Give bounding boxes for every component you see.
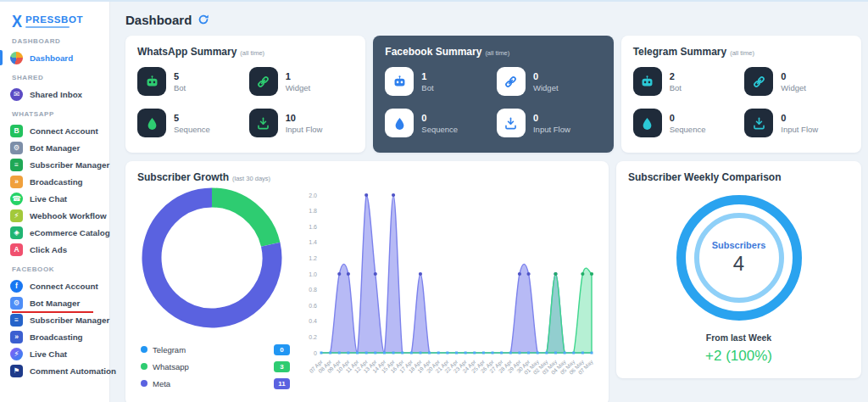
sidebar-item-label: Webhook Workflow — [30, 211, 107, 221]
data-point-telegram — [347, 352, 349, 355]
weekly-title: Subscriber Weekly Comparison — [628, 171, 782, 183]
stat-text: 0Widget — [533, 71, 559, 92]
stat-value: 0 — [421, 113, 458, 123]
data-point-telegram — [383, 352, 386, 355]
donut-chart-svg — [141, 187, 283, 329]
area-chart-svg: 00.20.40.60.81.01.21.41.61.82.007 Apr08 … — [298, 187, 597, 395]
stat-tile — [744, 67, 773, 96]
stat-widget: 1Widget — [249, 67, 354, 96]
sidebar-item-connect-account[interactable]: BConnect Account — [10, 122, 101, 139]
logo-brand-text: PRESSBOT — [25, 14, 83, 25]
sequence-icon — [392, 116, 407, 131]
stat-tile — [497, 67, 526, 96]
stat-value: 0 — [533, 71, 559, 81]
sidebar-item-bot-manager[interactable]: ⚙Bot Manager — [10, 294, 101, 311]
legend-label: Meta — [153, 379, 170, 388]
donut-chart — [141, 187, 295, 332]
sidebar-item-label: Connect Account — [30, 126, 98, 136]
legend-count-badge: 11 — [274, 378, 290, 389]
stat-tile — [497, 109, 526, 137]
card-title-row: Facebook Summary(all time) — [385, 46, 601, 58]
logo-tagline-bar — [25, 26, 70, 28]
donut-chart-block: Telegram0Whatsapp3Meta11 — [137, 187, 295, 399]
card-subtitle: (all time) — [730, 49, 754, 57]
stat-value: 1 — [421, 71, 433, 81]
click-ads-icon: A — [10, 243, 23, 256]
data-point-telegram — [473, 352, 476, 355]
sidebar-item-dashboard[interactable]: Dashboard — [10, 49, 101, 66]
stat-value: 0 — [781, 113, 818, 123]
data-point-meta — [526, 272, 530, 276]
card-subtitle: (all time) — [240, 49, 264, 57]
stat-tile — [137, 67, 166, 96]
data-point-telegram — [465, 352, 467, 355]
data-point-telegram — [572, 352, 575, 355]
sidebar-item-ecommerce-catalog[interactable]: ◈eCommerce Catalog — [10, 224, 101, 241]
dashboard-icon — [10, 52, 23, 64]
stat-value: 5 — [174, 113, 210, 123]
data-point-meta — [347, 272, 350, 276]
sequence-icon — [145, 116, 159, 131]
stat-text: 10Input Flow — [286, 113, 323, 134]
sidebar-item-label: eCommerce Catalog — [30, 228, 110, 237]
sidebar-item-webhook-workflow[interactable]: ⚡Webhook Workflow — [10, 207, 101, 224]
main-content: Dashboard WhatsApp Summary(all time)5Bot… — [110, 2, 868, 402]
app-root: X PRESSBOT DASHBOARDDashboardSHARED✉Shar… — [0, 0, 868, 402]
data-point-telegram — [500, 352, 503, 355]
stat-label: Bot — [670, 83, 682, 92]
stat-text: 1Bot — [421, 71, 433, 92]
page-header: Dashboard — [125, 8, 861, 31]
data-point-whatsapp — [581, 272, 584, 276]
stat-text: 1Widget — [286, 71, 311, 92]
sidebar-item-label: Bot Manager — [30, 143, 80, 153]
stat-text: 0Sequence — [421, 113, 458, 134]
summary-cards-row: WhatsApp Summary(all time)5Bot1Widget5Se… — [125, 36, 861, 153]
card-title: Facebook Summary — [385, 46, 481, 58]
stat-tile — [249, 109, 278, 137]
stat-tile — [249, 67, 278, 96]
legend-item-whatsapp[interactable]: Whatsapp3 — [141, 358, 295, 375]
sidebar-item-live-chat[interactable]: ⚡Live Chat — [10, 345, 101, 362]
page-title: Dashboard — [125, 13, 192, 27]
sidebar-item-connect-account[interactable]: fConnect Account — [10, 277, 101, 294]
stat-input-flow: 0Input Flow — [497, 109, 602, 137]
sidebar-item-bot-manager[interactable]: ⚙Bot Manager — [10, 139, 101, 156]
subscribers-value: 4 — [733, 252, 744, 276]
sidebar-item-subscriber-manager[interactable]: ≡Subscriber Manager — [10, 311, 101, 328]
stat-tile — [385, 109, 414, 137]
widget-icon — [504, 75, 518, 89]
sidebar-item-shared-inbox[interactable]: ✉Shared Inbox — [10, 86, 101, 103]
stat-label: Sequence — [670, 125, 706, 134]
whatsapp-summary-card: WhatsApp Summary(all time)5Bot1Widget5Se… — [125, 36, 365, 153]
card-title: Telegram Summary — [633, 46, 727, 58]
input-flow-icon — [504, 116, 518, 131]
legend-item-telegram[interactable]: Telegram0 — [141, 341, 295, 358]
refresh-icon[interactable] — [198, 14, 209, 25]
stat-input-flow: 0Input Flow — [744, 109, 849, 137]
input-flow-icon — [752, 116, 766, 131]
data-point-telegram — [356, 352, 359, 355]
weekly-comparison-card: Subscriber Weekly Comparison Subscribers… — [616, 161, 861, 378]
data-point-meta — [364, 193, 368, 197]
stat-value: 5 — [174, 71, 186, 81]
whatsapp-connect-account-icon: B — [10, 125, 23, 137]
sidebar-item-comment-automation[interactable]: ⚑Comment Automation — [10, 362, 101, 379]
card-title-row: WhatsApp Summary(all time) — [137, 46, 353, 58]
data-point-telegram — [509, 352, 512, 355]
stats-grid: 2Bot0Widget0Sequence0Input Flow — [633, 67, 849, 137]
sidebar-item-subscriber-manager[interactable]: ≡Subscriber Manager — [10, 156, 101, 173]
input-flow-icon — [256, 116, 270, 131]
stat-label: Sequence — [174, 125, 210, 134]
sidebar-item-click-ads[interactable]: AClick Ads — [10, 241, 101, 258]
sidebar-item-broadcasting[interactable]: »Broadcasting — [10, 173, 101, 190]
stat-label: Input Flow — [781, 125, 818, 134]
legend-item-meta[interactable]: Meta11 — [141, 375, 295, 392]
weekly-delta-value: +2 (100%) — [705, 348, 772, 365]
sidebar-item-broadcasting[interactable]: »Broadcasting — [10, 328, 101, 345]
facebook-live-chat-icon: ⚡ — [10, 348, 23, 360]
stat-text: 0Widget — [781, 71, 806, 92]
y-axis-tick: 2.0 — [309, 193, 317, 198]
sidebar-item-live-chat[interactable]: ☎Live Chat — [10, 190, 101, 207]
data-point-telegram — [392, 352, 395, 355]
stat-sequence: 0Sequence — [633, 109, 738, 137]
